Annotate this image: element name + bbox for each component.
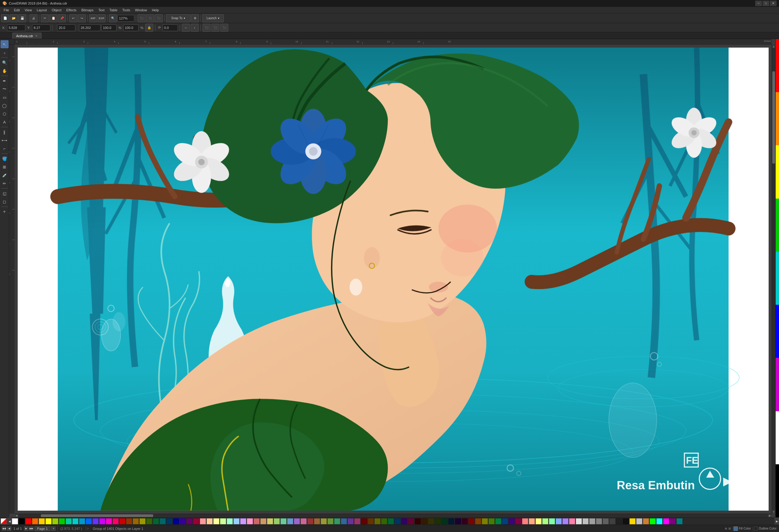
outline-tool[interactable]: ✏: [1, 179, 8, 187]
palette-color-82[interactable]: [562, 518, 568, 524]
palette-color-69[interactable]: [475, 518, 481, 524]
fill-color-swatch[interactable]: [733, 527, 738, 531]
palette-color-54[interactable]: [374, 518, 380, 524]
menu-table[interactable]: Table: [107, 7, 120, 13]
polygon-tool[interactable]: ⬡: [1, 110, 8, 118]
palette-color-91[interactable]: [623, 518, 629, 524]
color-cyan[interactable]: [776, 252, 779, 305]
palette-color-37[interactable]: [260, 518, 266, 524]
ellipse-tool[interactable]: ◯: [1, 102, 8, 110]
palette-color-72[interactable]: [495, 518, 501, 524]
menu-file[interactable]: File: [1, 7, 12, 13]
palette-scroll-right[interactable]: ▶: [775, 518, 779, 525]
redo-btn[interactable]: ↪: [78, 14, 86, 22]
palette-color-39[interactable]: [274, 518, 280, 524]
palette-color-35[interactable]: [247, 518, 253, 524]
palette-color-24[interactable]: [173, 518, 179, 524]
palette-color-87[interactable]: [596, 518, 602, 524]
zoom-tool[interactable]: 🔍: [1, 59, 8, 66]
apply-btn[interactable]: ⬛: [212, 24, 220, 32]
palette-color-41[interactable]: [287, 518, 293, 524]
palette-color-98[interactable]: [670, 518, 676, 524]
dimension-tool[interactable]: ⟷: [1, 136, 8, 144]
scroll-thumb-h[interactable]: [41, 514, 154, 517]
zoom-mode-btn[interactable]: 🔍: [109, 14, 117, 22]
palette-color-92[interactable]: [630, 518, 636, 524]
palette-color-9[interactable]: [72, 518, 78, 524]
palette-color-90[interactable]: [616, 518, 622, 524]
palette-color-73[interactable]: [502, 518, 508, 524]
menu-window[interactable]: Window: [133, 7, 149, 13]
palette-color-26[interactable]: [186, 518, 192, 524]
palette-color-97[interactable]: [663, 518, 669, 524]
print-btn[interactable]: 🖨: [29, 14, 38, 22]
palette-color-20[interactable]: [146, 518, 152, 524]
scroll-down-btn[interactable]: ▼: [772, 510, 775, 514]
eyedropper-tool[interactable]: 💉: [1, 171, 8, 179]
align-center-btn[interactable]: ⬛: [146, 14, 154, 22]
h-input[interactable]: [79, 24, 100, 31]
palette-color-30[interactable]: [213, 518, 220, 524]
palette-color-60[interactable]: [415, 518, 421, 524]
palette-color-62[interactable]: [428, 518, 434, 524]
palette-color-75[interactable]: [515, 518, 522, 524]
palette-color-57[interactable]: [395, 518, 401, 524]
angle-input[interactable]: [163, 24, 178, 31]
palette-color-10[interactable]: [79, 518, 85, 524]
node-tool[interactable]: ⬦: [1, 49, 8, 56]
paste-btn[interactable]: 📌: [58, 14, 66, 22]
canvas-content[interactable]: Resa Embutin FE ▶: [15, 45, 772, 514]
palette-color-51[interactable]: [354, 518, 360, 524]
more-btn[interactable]: ⬛: [220, 24, 228, 32]
rectangle-tool[interactable]: ▭: [1, 93, 8, 101]
palette-color-49[interactable]: [341, 518, 347, 524]
palette-color-77[interactable]: [529, 518, 535, 524]
palette-color-13[interactable]: [99, 518, 105, 524]
page-tab-btn[interactable]: Page 1: [35, 526, 51, 531]
palette-color-76[interactable]: [522, 518, 528, 524]
palette-color-18[interactable]: [133, 518, 139, 524]
palette-color-55[interactable]: [381, 518, 387, 524]
palette-color-56[interactable]: [388, 518, 394, 524]
close-btn[interactable]: ✕: [770, 1, 777, 6]
color-magenta[interactable]: [776, 358, 779, 411]
palette-color-43[interactable]: [301, 518, 307, 524]
palette-color-83[interactable]: [569, 518, 575, 524]
palette-color-78[interactable]: [536, 518, 542, 524]
palette-color-27[interactable]: [193, 518, 199, 524]
w-input[interactable]: [57, 24, 75, 31]
menu-effects[interactable]: Effects: [64, 7, 79, 13]
palette-color-50[interactable]: [348, 518, 354, 524]
palette-color-99[interactable]: [676, 518, 682, 524]
palette-color-63[interactable]: [435, 518, 441, 524]
flip-h-btn[interactable]: ↔: [182, 24, 190, 32]
palette-color-84[interactable]: [576, 518, 582, 524]
color-orange[interactable]: [776, 92, 779, 145]
color-yellow[interactable]: [776, 145, 779, 198]
palette-color-79[interactable]: [542, 518, 548, 524]
palette-color-36[interactable]: [253, 518, 260, 524]
palette-color-48[interactable]: [334, 518, 340, 524]
scrollbar-right[interactable]: ▲ ▼: [772, 45, 775, 514]
y-input[interactable]: [32, 24, 50, 31]
palette-color-17[interactable]: [126, 518, 132, 524]
palette-color-59[interactable]: [408, 518, 414, 524]
palette-color-96[interactable]: [656, 518, 662, 524]
color-red[interactable]: [776, 39, 779, 92]
flip-v-btn[interactable]: ↕: [191, 24, 199, 32]
color-green[interactable]: [776, 199, 779, 252]
text-tool[interactable]: A: [1, 118, 8, 126]
plus-btn[interactable]: +: [1, 208, 8, 216]
palette-color-4[interactable]: [39, 518, 45, 524]
palette-color-74[interactable]: [508, 518, 515, 524]
palette-color-14[interactable]: [106, 518, 112, 524]
minimize-btn[interactable]: ─: [755, 1, 762, 6]
palette-color-19[interactable]: [139, 518, 145, 524]
fill-tool[interactable]: 🪣: [1, 155, 8, 162]
palette-color-88[interactable]: [603, 518, 609, 524]
curve-tool[interactable]: 〜: [1, 85, 8, 93]
align-left-btn[interactable]: ⬛: [138, 14, 145, 22]
maximize-btn[interactable]: □: [763, 1, 769, 6]
artwork-canvas[interactable]: Resa Embutin FE ▶: [18, 48, 769, 511]
add-page-btn[interactable]: +: [51, 527, 56, 531]
